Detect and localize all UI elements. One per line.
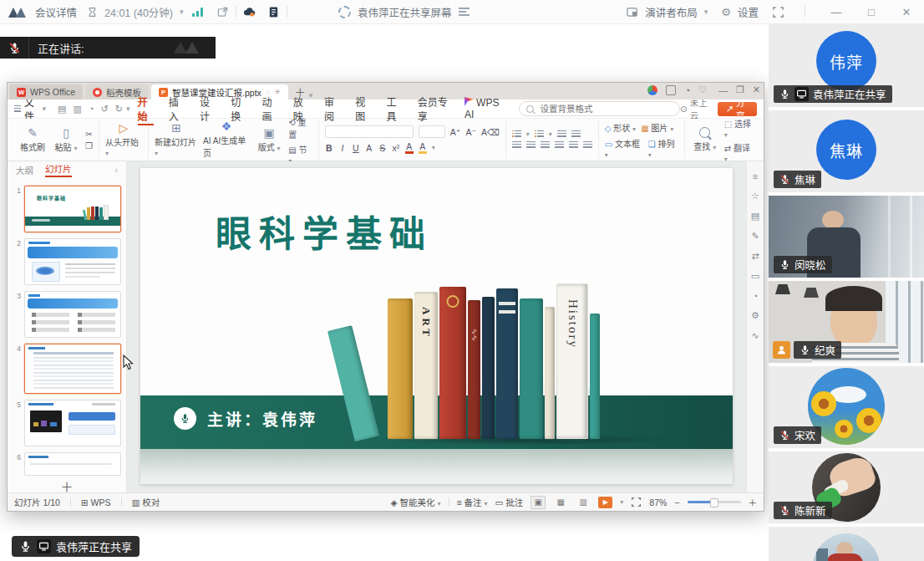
align-right-icon[interactable] bbox=[541, 141, 550, 149]
workspace-icon[interactable] bbox=[666, 85, 676, 95]
justify-icon[interactable] bbox=[555, 141, 564, 149]
font-name-select[interactable] bbox=[325, 125, 414, 138]
slide-canvas[interactable]: 眼科学基础 bbox=[140, 168, 733, 484]
zoom-slider[interactable] bbox=[688, 501, 741, 503]
copy-icon[interactable]: ❐ bbox=[85, 141, 93, 150]
wps-badge[interactable]: ⊞ WPS bbox=[81, 497, 111, 507]
thumbnail-slide-3[interactable] bbox=[24, 291, 121, 338]
ai-generate-button[interactable]: ❖AI AI生成单页 bbox=[203, 120, 250, 159]
minimize-button[interactable]: — bbox=[825, 6, 847, 18]
bullets-icon[interactable] bbox=[512, 130, 521, 138]
cloud-record-icon[interactable] bbox=[243, 6, 256, 18]
menu-member[interactable]: 会员专享 bbox=[410, 94, 457, 123]
menu-tools[interactable]: 工具 bbox=[378, 94, 409, 123]
paste-button[interactable]: ▯粘贴 ▾ bbox=[52, 127, 80, 153]
participant-tile-jiaolin[interactable]: 焦琳 焦琳 bbox=[769, 110, 924, 192]
presenter-line[interactable]: 主讲：袁伟萍 bbox=[174, 407, 317, 430]
sharing-overlay-chip[interactable]: 袁伟萍正在共享 bbox=[12, 536, 140, 557]
wps-close-button[interactable]: ✕ bbox=[753, 84, 760, 95]
menu-transition[interactable]: 切换 bbox=[223, 94, 254, 123]
char-effects-button[interactable]: A bbox=[365, 143, 373, 153]
maximize-button[interactable]: □ bbox=[861, 6, 882, 18]
redo-icon[interactable]: ↻ bbox=[115, 104, 123, 115]
comment-pane-icon[interactable]: ∿ bbox=[751, 330, 759, 341]
menu-home[interactable]: 开始 bbox=[130, 94, 161, 123]
increase-font-icon[interactable]: A⁺ bbox=[450, 127, 461, 137]
collapse-panel-icon[interactable]: ‹ bbox=[115, 165, 119, 175]
cut-icon[interactable]: ✂ bbox=[85, 130, 93, 139]
notes-button[interactable]: ≡ 备注 ▾ bbox=[457, 496, 488, 508]
settings-button[interactable]: ⚙ 设置 bbox=[721, 4, 759, 20]
proofing-button[interactable]: ▥ 校对 bbox=[132, 496, 160, 508]
preview-icon[interactable]: ◔ bbox=[89, 104, 94, 114]
participant-tile-weiping[interactable]: 伟萍 袁伟萍正在共享 bbox=[769, 23, 924, 107]
participant-tile-jishuang[interactable]: 纪爽 bbox=[769, 281, 924, 363]
menu-wps-ai[interactable]: WPS AI bbox=[457, 97, 509, 120]
clear-format-icon[interactable]: A⌫ bbox=[481, 127, 500, 137]
object-pane-icon[interactable]: ▭ bbox=[751, 271, 759, 282]
zoom-level[interactable]: 87% bbox=[649, 497, 667, 507]
close-button[interactable]: ✕ bbox=[896, 6, 917, 18]
smart-beautify-button[interactable]: ◈ 智能美化 ▾ bbox=[391, 496, 441, 508]
popout-icon[interactable] bbox=[216, 6, 229, 18]
wps-restore-button[interactable]: ❐ bbox=[736, 84, 744, 95]
slide-title[interactable]: 眼科学基础 bbox=[216, 205, 433, 257]
slideshow-button[interactable]: ▶ bbox=[598, 497, 612, 508]
tab-wps-office[interactable]: W WPS Office bbox=[9, 84, 83, 99]
underline-button[interactable]: U bbox=[352, 143, 360, 153]
line-spacing-icon[interactable] bbox=[569, 141, 578, 149]
thumbnail-slide-2[interactable] bbox=[24, 238, 121, 285]
fit-window-icon[interactable] bbox=[631, 497, 642, 507]
select-button[interactable]: ⬚ 选择 ▾ bbox=[724, 117, 753, 139]
tab-slides[interactable]: 幻灯片 bbox=[45, 162, 72, 177]
normal-view-button[interactable]: ▣ bbox=[531, 496, 546, 509]
format-painter-button[interactable]: ✎格式刷 bbox=[18, 127, 47, 153]
thumbnail-slide-5[interactable] bbox=[24, 400, 121, 446]
picture-button[interactable]: ▦ 图片 ▾ bbox=[641, 121, 673, 134]
sharing-detail-icon[interactable] bbox=[459, 8, 470, 16]
align-center-icon[interactable] bbox=[526, 141, 536, 149]
menu-slideshow[interactable]: 放映 bbox=[286, 94, 317, 123]
undo-icon[interactable]: ↺ bbox=[101, 104, 109, 115]
layout-button[interactable]: ▣版式 ▾ bbox=[255, 127, 283, 153]
history-pane-icon[interactable]: ◔ bbox=[753, 291, 759, 301]
arrange-button[interactable]: ❏ 排列 ▾ bbox=[648, 137, 678, 159]
shapes-button[interactable]: ◇ 形状 ▾ bbox=[605, 121, 636, 134]
strikethrough-button[interactable]: S bbox=[378, 143, 387, 153]
new-slide-button[interactable]: ⊞新建幻灯片 ▾ bbox=[155, 122, 198, 157]
search-input[interactable] bbox=[538, 103, 673, 115]
sync-status-icon[interactable]: ◔ bbox=[684, 85, 690, 95]
settings-pane-icon[interactable]: ⚙ bbox=[751, 310, 759, 321]
meeting-timer[interactable]: 24:01 (40分钟) bbox=[104, 4, 173, 20]
decrease-font-icon[interactable]: A⁻ bbox=[465, 127, 476, 137]
menu-insert[interactable]: 插入 bbox=[161, 94, 192, 123]
wps-minimize-button[interactable]: — bbox=[718, 85, 728, 95]
font-color-button[interactable]: A bbox=[405, 141, 414, 154]
transition-pane-icon[interactable]: ⇄ bbox=[751, 251, 759, 262]
beautify-icon[interactable]: ☆ bbox=[751, 191, 759, 201]
edit-pane-icon[interactable]: ✎ bbox=[751, 231, 759, 242]
participant-tile-chenxinxin[interactable]: 陈新新 bbox=[769, 451, 924, 523]
skin-center-icon[interactable] bbox=[647, 85, 657, 95]
play-from-start-button[interactable]: ▷从头开始 ▾ bbox=[105, 122, 142, 157]
reading-view-button[interactable]: ▥ bbox=[576, 496, 591, 509]
numbering-icon[interactable] bbox=[535, 130, 544, 138]
menu-review[interactable]: 审阅 bbox=[317, 94, 348, 123]
superscript-button[interactable]: x² bbox=[392, 143, 400, 153]
meeting-details-button[interactable]: 会议详情 bbox=[35, 4, 77, 20]
menu-design[interactable]: 设计 bbox=[192, 94, 223, 123]
cloud-status[interactable]: ⊙ 未上云 bbox=[680, 96, 709, 121]
network-signal-icon[interactable] bbox=[192, 8, 203, 17]
zoom-out-button[interactable]: − bbox=[674, 497, 679, 507]
participant-tile-minxiaosong[interactable]: 闵晓松 bbox=[769, 196, 924, 278]
align-left-icon[interactable] bbox=[512, 141, 521, 149]
highlight-button[interactable]: A bbox=[419, 141, 427, 154]
print-icon[interactable]: ▥ bbox=[73, 104, 81, 115]
tab-outline[interactable]: 大纲 bbox=[16, 164, 33, 176]
zoom-in-button[interactable]: ＋ bbox=[749, 496, 758, 508]
meeting-doc-icon[interactable] bbox=[267, 6, 280, 18]
outdent-icon[interactable] bbox=[557, 130, 566, 138]
translate-button[interactable]: ⇄ 翻译 ▾ bbox=[724, 141, 753, 163]
fullscreen-icon[interactable] bbox=[772, 6, 784, 18]
participant-tile-songhuan[interactable]: 宋欢 bbox=[769, 366, 924, 448]
